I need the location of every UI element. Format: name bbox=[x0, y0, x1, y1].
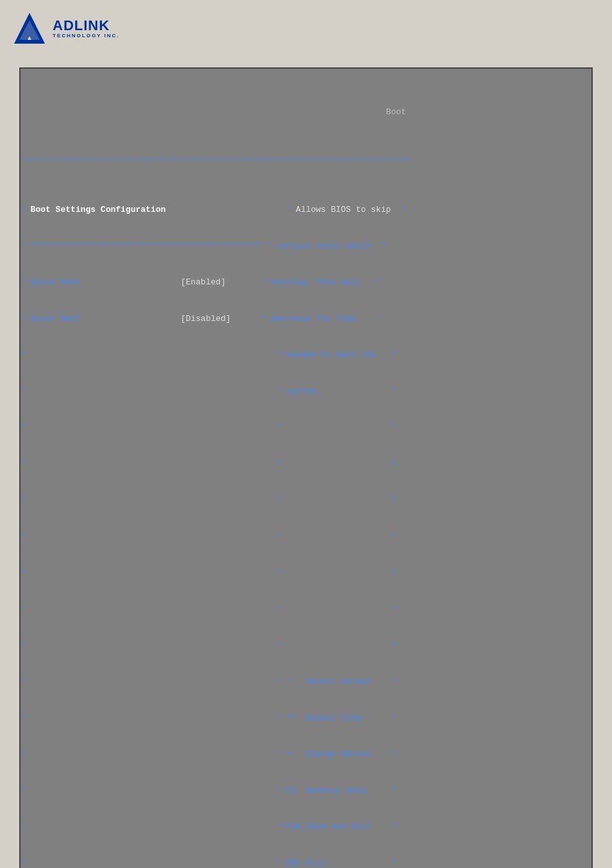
content-row-quietboot: * Quiet Boot [Disabled] * decrease the t… bbox=[21, 313, 591, 326]
content-row-14: * * * Select Screen * bbox=[21, 676, 591, 688]
content-row-stars: * **************************************… bbox=[21, 241, 591, 253]
content-row-9: * * * bbox=[21, 495, 591, 507]
content-row-17: * * F1 General Help * bbox=[21, 785, 591, 797]
content-row-5: * * needed to boot the * bbox=[21, 349, 591, 361]
logo-subtitle: TECHNOLOGY INC. bbox=[53, 33, 120, 39]
bios-content: Boot ***********************************… bbox=[21, 69, 591, 868]
content-row-7: * * * bbox=[21, 422, 591, 434]
svg-text:▲: ▲ bbox=[27, 35, 33, 41]
content-row-16: * * +- Change Option * bbox=[21, 749, 591, 761]
content-row-6: * * system. * bbox=[21, 386, 591, 398]
bios-screen: Boot ***********************************… bbox=[19, 67, 593, 868]
content-row-18: * * F10 Save and Exit * bbox=[21, 821, 591, 833]
content-row-15: * * ** Select Item * bbox=[21, 713, 591, 725]
content-row-8: * * * bbox=[21, 458, 591, 471]
bios-title-row: Boot bbox=[21, 105, 591, 120]
page-wrapper: ▲ ADLINK TECHNOLOGY INC. Boot **********… bbox=[0, 0, 612, 868]
logo-icon: ▲ bbox=[13, 12, 46, 45]
content-row-19: * * ESC Exit * bbox=[21, 858, 591, 868]
logo-adlink: ADLINK bbox=[53, 19, 120, 33]
header: ▲ ADLINK TECHNOLOGY INC. bbox=[0, 0, 612, 55]
logo-container: ▲ ADLINK TECHNOLOGY INC. bbox=[13, 12, 120, 45]
content-row-11: * * * bbox=[21, 568, 591, 580]
bios-title: Boot bbox=[386, 107, 406, 117]
content-row-quickboot: * Quick Boot [Enabled] * booting. This w… bbox=[21, 277, 591, 289]
content-row-header: * Boot Settings Configuration * Allows B… bbox=[21, 204, 591, 216]
logo-text: ADLINK TECHNOLOGY INC. bbox=[53, 19, 120, 39]
content-row-10: * * * bbox=[21, 531, 591, 543]
top-star-border: ****************************************… bbox=[21, 156, 591, 168]
content-row-12: * * * bbox=[21, 603, 591, 616]
content-row-13: * * * bbox=[21, 640, 591, 652]
